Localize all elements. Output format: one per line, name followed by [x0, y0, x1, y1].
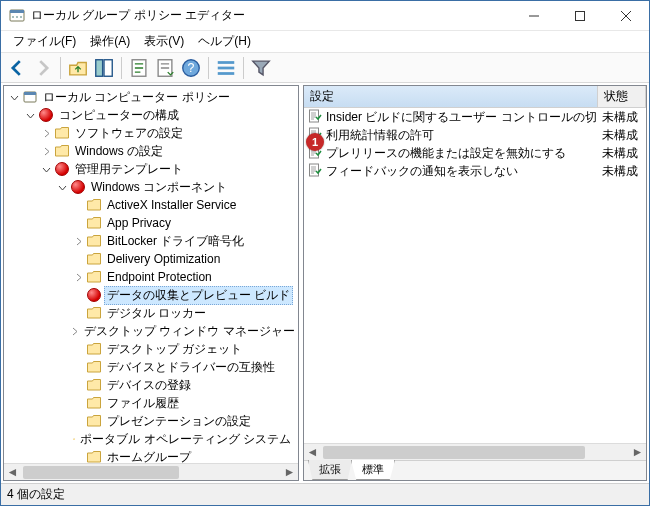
svg-rect-12	[218, 61, 235, 64]
tree-expander-icon[interactable]	[70, 237, 86, 246]
svg-text:?: ?	[188, 61, 195, 75]
menu-action[interactable]: 操作(A)	[84, 31, 136, 52]
tree-node-icon	[54, 161, 70, 177]
tree-node-icon	[86, 287, 102, 303]
policy-state: 未構成	[598, 109, 646, 126]
tree-windows-components[interactable]: Windows コンポーネント	[4, 178, 298, 196]
maximize-button[interactable]	[557, 1, 603, 31]
filter-button[interactable]	[249, 56, 273, 80]
tree-item[interactable]: デバイスの登録	[4, 376, 298, 394]
tree-item[interactable]: デバイスとドライバーの互換性	[4, 358, 298, 376]
tree-node-icon	[70, 179, 86, 195]
tab-standard[interactable]: 標準	[351, 460, 395, 480]
svg-rect-13	[218, 66, 235, 69]
tree-item[interactable]: ファイル履歴	[4, 394, 298, 412]
help-button[interactable]: ?	[179, 56, 203, 80]
tree-item[interactable]: ポータブル オペレーティング システム	[4, 430, 298, 448]
tree-node-label: ActiveX Installer Service	[104, 197, 239, 213]
policy-icon	[308, 163, 322, 180]
tree-expander-icon[interactable]	[70, 327, 79, 336]
tree-item[interactable]: ホームグループ	[4, 448, 298, 463]
tree-item[interactable]: データの収集とプレビュー ビルド	[4, 286, 298, 304]
tree-item[interactable]: デスクトップ ガジェット	[4, 340, 298, 358]
tree-item[interactable]: App Privacy	[4, 214, 298, 232]
minimize-button[interactable]	[511, 1, 557, 31]
tree-node-label: App Privacy	[104, 215, 174, 231]
tree-pane[interactable]: ローカル コンピューター ポリシーコンピューターの構成ソフトウェアの設定Wind…	[3, 85, 299, 481]
tree-item[interactable]: プレゼンテーションの設定	[4, 412, 298, 430]
policy-name: プレリリースの機能または設定を無効にする	[326, 145, 566, 162]
tree-node-icon	[38, 107, 54, 123]
forward-button[interactable]	[31, 56, 55, 80]
refresh-button[interactable]	[153, 56, 177, 80]
tree-node-label: デバイスとドライバーの互換性	[104, 358, 278, 377]
tree-item[interactable]: デスクトップ ウィンドウ マネージャー	[4, 322, 298, 340]
tree-node-icon	[86, 359, 102, 375]
tree-root[interactable]: ローカル コンピューター ポリシー	[4, 88, 298, 106]
column-header-state[interactable]: 状態	[598, 86, 646, 107]
menu-file[interactable]: ファイル(F)	[7, 31, 82, 52]
window: ローカル グループ ポリシー エディター ファイル(F) 操作(A) 表示(V)…	[0, 0, 650, 506]
status-text: 4 個の設定	[7, 486, 65, 503]
tree-node-icon	[54, 143, 70, 159]
menu-view[interactable]: 表示(V)	[138, 31, 190, 52]
tree-node-icon	[86, 341, 102, 357]
tree-node-label: コンピューターの構成	[56, 106, 182, 125]
tree-horizontal-scrollbar[interactable]: ◄►	[4, 463, 298, 480]
back-button[interactable]	[5, 56, 29, 80]
list-horizontal-scrollbar[interactable]: ◄►	[304, 443, 646, 460]
tree-node-icon	[86, 305, 102, 321]
svg-rect-7	[104, 59, 112, 76]
tree-expander-icon[interactable]	[22, 111, 38, 120]
tree-expander-icon[interactable]	[38, 129, 54, 138]
svg-point-4	[20, 16, 22, 18]
policy-list[interactable]: 1 Insider ビルドに関するユーザー コントロールの切り替え未構成利用統計…	[304, 108, 646, 443]
properties-button[interactable]	[127, 56, 151, 80]
close-button[interactable]	[603, 1, 649, 31]
tree-software-settings[interactable]: ソフトウェアの設定	[4, 124, 298, 142]
show-hide-tree-button[interactable]	[92, 56, 116, 80]
tree-node-label: データの収集とプレビュー ビルド	[104, 286, 293, 305]
menu-help[interactable]: ヘルプ(H)	[192, 31, 257, 52]
svg-rect-16	[24, 92, 36, 95]
svg-point-3	[16, 16, 18, 18]
tree-node-label: Windows の設定	[72, 142, 166, 161]
tree-admin-templates[interactable]: 管理用テンプレート	[4, 160, 298, 178]
tree-expander-icon[interactable]	[70, 273, 86, 282]
column-header-name[interactable]: 設定	[304, 86, 598, 107]
tree-computer-config[interactable]: コンピューターの構成	[4, 106, 298, 124]
tree-item[interactable]: Delivery Optimization	[4, 250, 298, 268]
policy-icon	[308, 109, 322, 126]
tree-item[interactable]: BitLocker ドライブ暗号化	[4, 232, 298, 250]
toolbar: ?	[1, 53, 649, 83]
details-view-button[interactable]	[214, 56, 238, 80]
window-buttons	[511, 1, 649, 31]
tree-expander-icon[interactable]	[54, 183, 70, 192]
tree-expander-icon[interactable]	[6, 93, 22, 102]
window-title: ローカル グループ ポリシー エディター	[31, 7, 511, 24]
tree-node-label: BitLocker ドライブ暗号化	[104, 232, 247, 251]
tree-node-label: ローカル コンピューター ポリシー	[40, 88, 233, 107]
tree-windows-settings[interactable]: Windows の設定	[4, 142, 298, 160]
tree-node-label: デジタル ロッカー	[104, 304, 209, 323]
tree-node-icon	[22, 89, 38, 105]
policy-row[interactable]: Insider ビルドに関するユーザー コントロールの切り替え未構成	[304, 108, 646, 126]
tree-item[interactable]: Endpoint Protection	[4, 268, 298, 286]
tree-node-label: プレゼンテーションの設定	[104, 412, 254, 431]
policy-row[interactable]: プレリリースの機能または設定を無効にする未構成	[304, 144, 646, 162]
policy-name: Insider ビルドに関するユーザー コントロールの切り替え	[326, 109, 598, 126]
tree-node-label: デスクトップ ウィンドウ マネージャー	[81, 322, 298, 341]
tree-node-label: デバイスの登録	[104, 376, 194, 395]
tree-item[interactable]: デジタル ロッカー	[4, 304, 298, 322]
policy-row[interactable]: 利用統計情報の許可未構成	[304, 126, 646, 144]
up-folder-button[interactable]	[66, 56, 90, 80]
tree-expander-icon[interactable]	[38, 147, 54, 156]
tree-item[interactable]: ActiveX Installer Service	[4, 196, 298, 214]
policy-row[interactable]: フィードバックの通知を表示しない未構成	[304, 162, 646, 180]
tab-extended[interactable]: 拡張	[308, 460, 352, 480]
tree-node-label: Endpoint Protection	[104, 269, 215, 285]
svg-rect-17	[310, 110, 319, 122]
list-pane: 設定 状態 1 Insider ビルドに関するユーザー コントロールの切り替え未…	[303, 85, 647, 481]
tree-node-icon	[86, 377, 102, 393]
tree-expander-icon[interactable]	[38, 165, 54, 174]
